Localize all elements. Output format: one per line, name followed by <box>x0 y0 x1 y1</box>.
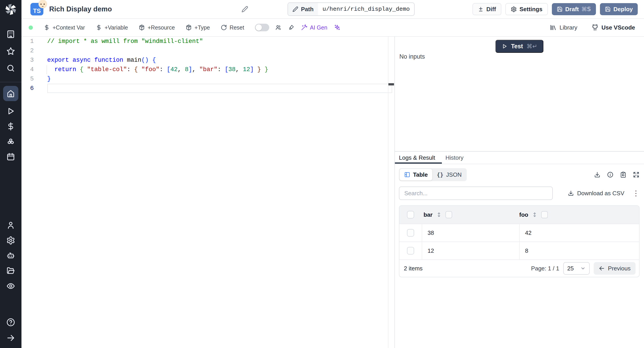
table-icon <box>404 172 410 178</box>
view-json-button[interactable]: {} JSON <box>432 169 466 180</box>
code-line[interactable]: return { "table-col": { "foo": [42, 8], … <box>47 65 392 74</box>
sidebar-item-variables[interactable] <box>6 122 16 131</box>
clipboard-paste-icon[interactable] <box>620 171 626 178</box>
sidebar-item-settings-gear[interactable] <box>6 236 16 245</box>
chevron-down-icon <box>580 266 586 271</box>
sidebar-item-schedules-calendar[interactable] <box>6 152 16 162</box>
settings-button[interactable]: Settings <box>505 3 548 15</box>
editor-code-area[interactable]: // import * as wmill from "windmill-clie… <box>47 37 392 93</box>
collab-mode-toggle[interactable] <box>255 24 269 31</box>
live-status-dot <box>28 26 33 30</box>
edit-title-pencil-icon[interactable] <box>242 6 248 12</box>
diff-button[interactable]: Diff <box>472 3 501 15</box>
sidebar-item-home[interactable] <box>3 86 18 101</box>
workspace-building-icon[interactable] <box>6 30 16 39</box>
table-footer: 2 items Page: 1 / 1 25 Previous <box>399 260 639 277</box>
column-label: bar <box>424 211 432 218</box>
page-title: Rich Display demo <box>49 5 112 13</box>
table-cell: 8 <box>519 242 639 260</box>
windmill-script-editor: TS Rich Display demo Path u/henri/rich_d… <box>0 0 644 348</box>
table-cell: 38 <box>422 224 519 242</box>
test-button[interactable]: Test ⌘↵ <box>495 40 544 53</box>
editor-gutter: 123456 <box>22 37 47 93</box>
reset-button[interactable]: Reset <box>221 24 244 31</box>
sort-icon[interactable] <box>436 212 442 218</box>
column-toggle-checkbox[interactable] <box>446 211 452 218</box>
table-search-input[interactable] <box>399 186 553 200</box>
no-inputs-label: No inputs <box>399 53 425 60</box>
help-circle-icon[interactable] <box>6 318 16 327</box>
row-checkbox[interactable] <box>407 229 414 236</box>
sidebar <box>0 0 22 348</box>
format-paintbrush-icon[interactable] <box>288 24 294 31</box>
library-button[interactable]: Library <box>550 24 577 31</box>
previous-page-button[interactable]: Previous <box>594 262 636 275</box>
multiplayer-users-icon[interactable] <box>275 24 281 31</box>
editor-toolbar: +Context Var +Variable +Resource +Type R… <box>22 19 644 37</box>
code-editor[interactable]: 123456 // import * as wmill from "windmi… <box>22 37 394 348</box>
sidebar-item-resources-boxes[interactable] <box>6 137 16 146</box>
info-icon[interactable] <box>607 171 614 178</box>
sort-icon[interactable] <box>532 212 538 218</box>
row-checkbox[interactable] <box>407 247 414 254</box>
diff-icon <box>478 6 484 12</box>
view-table-button[interactable]: Table <box>400 169 432 180</box>
column-header-bar: bar <box>422 211 518 218</box>
line-number: 5 <box>22 74 47 84</box>
add-type-button[interactable]: +Type <box>186 24 210 31</box>
sidebar-item-users[interactable] <box>6 220 16 230</box>
line-number: 3 <box>22 56 47 65</box>
arrow-left-icon <box>598 265 605 272</box>
table-menu-kebab-icon[interactable]: ⋮ <box>632 190 640 197</box>
tab-logs-result[interactable]: Logs & Result <box>399 152 435 164</box>
sidebar-divider <box>0 82 22 82</box>
result-tabs: Logs & Result History <box>395 152 644 164</box>
expand-icon[interactable] <box>633 171 640 178</box>
collapse-arrow-right-icon[interactable] <box>6 333 16 343</box>
play-icon <box>502 44 507 49</box>
result-table: barfoo 3842128 2 items Page: 1 / 1 25 <box>399 205 640 277</box>
sparkles-icon[interactable] <box>334 24 340 31</box>
table-cell: 12 <box>422 242 519 260</box>
path-value: u/henri/rich_display_demo <box>318 3 414 16</box>
page-size-select[interactable]: 25 <box>563 262 590 275</box>
code-line[interactable] <box>47 46 392 56</box>
save-draft-button[interactable]: Draft ⌘S <box>552 3 596 15</box>
line-number: 2 <box>22 46 47 56</box>
sidebar-item-folders-open[interactable] <box>6 266 16 276</box>
page-indicator: Page: 1 / 1 <box>531 265 559 272</box>
ai-gen-button[interactable]: AI Gen <box>301 24 327 31</box>
column-toggle-checkbox[interactable] <box>541 211 548 218</box>
favorites-star-icon[interactable] <box>6 46 16 56</box>
table-cell: 42 <box>519 224 639 242</box>
deploy-button[interactable]: Deploy <box>600 3 638 15</box>
sidebar-item-audit-eye[interactable] <box>6 281 16 291</box>
use-vscode-button[interactable]: Use VScode <box>592 24 635 31</box>
table-header: barfoo <box>399 206 639 224</box>
code-line[interactable] <box>47 84 392 93</box>
code-line[interactable]: // import * as wmill from "windmill-clie… <box>47 37 392 46</box>
column-label: foo <box>519 211 528 218</box>
download-result-icon[interactable] <box>594 171 600 178</box>
inputs-area: Test ⌘↵ No inputs <box>395 37 644 152</box>
add-context-var-button[interactable]: +Context Var <box>44 24 85 31</box>
download-csv-button[interactable]: Download as CSV <box>568 190 624 197</box>
search-icon[interactable] <box>6 64 16 73</box>
add-variable-button[interactable]: +Variable <box>96 24 128 31</box>
code-line[interactable]: export async function main() { <box>47 56 392 65</box>
script-emoji-baby <box>38 0 47 8</box>
code-line[interactable]: } <box>47 74 392 84</box>
add-resource-button[interactable]: +Resource <box>139 24 175 31</box>
items-count: 2 items <box>404 265 422 272</box>
save-icon <box>605 6 611 12</box>
topbar: TS Rich Display demo Path u/henri/rich_d… <box>22 0 644 19</box>
sidebar-item-workers-robot[interactable] <box>6 251 16 260</box>
view-switcher: Table {} JSON <box>399 168 467 181</box>
select-all-checkbox[interactable] <box>407 211 414 218</box>
windmill-logo[interactable] <box>4 3 17 16</box>
gear-icon <box>511 6 517 12</box>
sidebar-item-runs[interactable] <box>6 106 16 116</box>
script-path[interactable]: Path u/henri/rich_display_demo <box>288 2 414 16</box>
test-shortcut: ⌘↵ <box>526 43 537 50</box>
tab-history[interactable]: History <box>446 152 464 164</box>
